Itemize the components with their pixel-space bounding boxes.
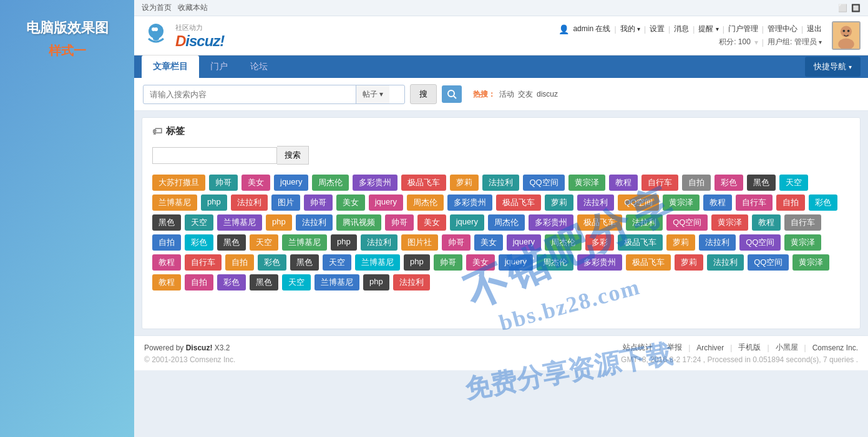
portal-link[interactable]: 门户管理 (728, 24, 758, 34)
tag-item[interactable]: 黑色 (250, 274, 278, 291)
tag-item[interactable]: 自拍 (776, 194, 805, 211)
tag-item[interactable]: 美女 (474, 234, 503, 251)
tag-item[interactable]: php (404, 254, 430, 271)
tag-item[interactable]: 彩色 (258, 254, 286, 271)
tag-item[interactable]: 教程 (609, 175, 638, 191)
tag-item[interactable]: 萝莉 (545, 194, 573, 211)
tag-item[interactable]: 法拉利 (626, 214, 663, 231)
tag-item[interactable]: 萝莉 (450, 175, 479, 191)
tag-item[interactable]: php (331, 234, 357, 251)
tag-item[interactable]: 彩色 (809, 194, 837, 211)
tag-item[interactable]: 大苏打撒旦 (152, 175, 205, 191)
footer-comsenz-link[interactable]: Comsenz Inc. (812, 343, 858, 352)
tag-item[interactable]: 萝莉 (675, 254, 703, 271)
tag-item[interactable]: 黄宗泽 (663, 194, 700, 211)
tag-item[interactable]: 自行车 (784, 214, 821, 231)
tag-item[interactable]: 法拉利 (577, 194, 614, 211)
set-home-link[interactable]: 设为首页 (142, 2, 172, 13)
hot-tag-2[interactable]: 交友 (518, 89, 533, 100)
tag-item[interactable]: 彩色 (185, 234, 213, 251)
tag-item[interactable]: 教程 (752, 214, 781, 231)
tag-item[interactable]: 教程 (703, 194, 732, 211)
tag-item[interactable]: 多彩 (585, 234, 614, 251)
reminder-link[interactable]: 提醒 ▾ (698, 24, 718, 34)
tag-item[interactable]: 帅哥 (209, 175, 238, 191)
tag-item[interactable]: 帅哥 (442, 234, 471, 251)
tag-item[interactable]: php (266, 214, 292, 231)
tag-item[interactable]: 自行车 (185, 254, 222, 271)
tag-item[interactable]: 自拍 (682, 175, 711, 191)
tag-item[interactable]: 多彩贵州 (447, 194, 492, 211)
settings-link[interactable]: 设置 (650, 24, 665, 34)
tag-item[interactable]: jquery (450, 214, 484, 231)
tag-item[interactable]: 兰博基尼 (152, 194, 197, 211)
tag-item[interactable]: 教程 (152, 254, 181, 271)
tag-item[interactable]: 黄宗泽 (711, 214, 748, 231)
tab-articles[interactable]: 文章栏目 (142, 55, 199, 78)
tag-item[interactable]: 周杰伦 (537, 254, 573, 271)
tag-item[interactable]: 彩色 (217, 274, 246, 291)
tag-item[interactable]: 极品飞车 (618, 234, 663, 251)
tag-item[interactable]: 周杰伦 (407, 194, 444, 211)
tab-forum[interactable]: 论坛 (239, 55, 279, 78)
tag-item[interactable]: 黄宗泽 (568, 175, 605, 191)
tag-item[interactable]: 多彩贵州 (529, 214, 573, 231)
tag-item[interactable]: 天空 (250, 234, 278, 251)
tag-item[interactable]: 天空 (282, 274, 311, 291)
tag-item[interactable]: 美女 (417, 214, 446, 231)
tag-item[interactable]: 兰博基尼 (315, 274, 359, 291)
tag-item[interactable]: 美女 (336, 194, 365, 211)
tag-item[interactable]: 美女 (241, 175, 270, 191)
tab-portal[interactable]: 门户 (199, 55, 239, 78)
tag-item[interactable]: 帅哥 (385, 214, 414, 231)
tag-item[interactable]: 美女 (466, 254, 495, 271)
bookmark-link[interactable]: 收藏本站 (178, 2, 208, 13)
tag-item[interactable]: jquery (499, 254, 533, 271)
tag-item[interactable]: 腾讯视频 (336, 214, 381, 231)
tag-item[interactable]: 帅哥 (434, 254, 462, 271)
tag-item[interactable]: 天空 (185, 214, 213, 231)
tag-item[interactable]: 自拍 (152, 234, 181, 251)
tag-item[interactable]: QQ空间 (618, 194, 659, 211)
tag-item[interactable]: QQ空间 (523, 175, 564, 191)
tag-item[interactable]: QQ空间 (739, 234, 781, 251)
tag-item[interactable]: 兰博基尼 (217, 214, 262, 231)
tag-item[interactable]: 极品飞车 (577, 214, 622, 231)
tag-item[interactable]: 彩色 (714, 175, 743, 191)
tag-search-button[interactable]: 搜索 (277, 146, 309, 165)
tag-item[interactable]: jquery (507, 234, 541, 251)
tag-item[interactable]: 极品飞车 (401, 175, 446, 191)
tag-item[interactable]: 黄宗泽 (784, 234, 821, 251)
tag-item[interactable]: 法拉利 (482, 175, 519, 191)
message-link[interactable]: 消息 (674, 24, 689, 34)
footer-archiver-link[interactable]: Archiver (696, 343, 724, 352)
tag-item[interactable]: 法拉利 (699, 234, 736, 251)
tag-item[interactable]: 周杰伦 (312, 175, 349, 191)
tag-item[interactable]: 多彩贵州 (577, 254, 622, 271)
search-input[interactable] (144, 86, 356, 103)
tag-item[interactable]: 黄宗泽 (792, 254, 829, 271)
footer-report-link[interactable]: 举报 (667, 342, 682, 353)
tag-item[interactable]: 极品飞车 (626, 254, 671, 271)
tag-item[interactable]: 图片 (271, 194, 300, 211)
tag-item[interactable]: 法拉利 (707, 254, 744, 271)
footer-stats-link[interactable]: 站点统计 (623, 342, 653, 353)
tag-item[interactable]: 法拉利 (393, 274, 430, 291)
tag-item[interactable]: jquery (274, 175, 308, 191)
tag-item[interactable]: 自行车 (641, 175, 678, 191)
tag-item[interactable]: QQ空间 (748, 254, 789, 271)
tag-item[interactable]: 极品飞车 (496, 194, 541, 211)
tag-item[interactable]: php (201, 194, 227, 211)
tag-item[interactable]: 法拉利 (231, 194, 268, 211)
tag-item[interactable]: 法拉利 (361, 234, 397, 251)
tag-item[interactable]: 图片社 (401, 234, 438, 251)
tag-item[interactable]: 萝莉 (666, 234, 695, 251)
footer-mobile-link[interactable]: 手机版 (738, 342, 761, 353)
restore-icon[interactable]: 🔲 (851, 4, 861, 12)
tag-item[interactable]: 兰博基尼 (282, 234, 327, 251)
tag-item[interactable]: 黑色 (217, 234, 246, 251)
tag-item[interactable]: 法拉利 (296, 214, 333, 231)
search-icon-button[interactable] (442, 85, 462, 103)
footer-blackroom-link[interactable]: 小黑屋 (776, 342, 798, 353)
tag-item[interactable]: 周杰伦 (488, 214, 525, 231)
